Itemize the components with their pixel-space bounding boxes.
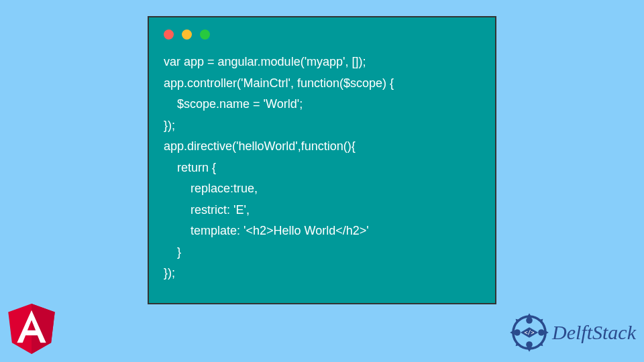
window-traffic-lights xyxy=(164,29,480,40)
svg-marker-3 xyxy=(527,313,531,317)
svg-marker-6 xyxy=(539,342,545,348)
svg-marker-1 xyxy=(32,304,55,354)
svg-marker-9 xyxy=(510,330,514,335)
delftstack-badge-icon: </> xyxy=(509,312,549,353)
svg-marker-5 xyxy=(545,330,549,335)
svg-point-13 xyxy=(526,317,533,324)
svg-point-12 xyxy=(538,329,545,336)
code-snippet: var app = angular.module('myapp', []); a… xyxy=(164,52,480,284)
delftstack-logo: </> DelftStack xyxy=(509,312,636,353)
angular-logo-icon xyxy=(8,304,55,354)
svg-marker-10 xyxy=(514,317,520,323)
svg-point-11 xyxy=(514,329,521,336)
svg-marker-7 xyxy=(527,348,531,352)
close-icon xyxy=(164,29,174,40)
svg-marker-8 xyxy=(514,342,520,348)
svg-text:</>: </> xyxy=(524,329,534,336)
minimize-icon xyxy=(182,29,192,40)
code-window: var app = angular.module('myapp', []); a… xyxy=(148,16,496,304)
maximize-icon xyxy=(200,29,210,40)
svg-point-14 xyxy=(526,341,533,348)
svg-marker-4 xyxy=(539,317,545,323)
delftstack-label: DelftStack xyxy=(552,321,636,344)
